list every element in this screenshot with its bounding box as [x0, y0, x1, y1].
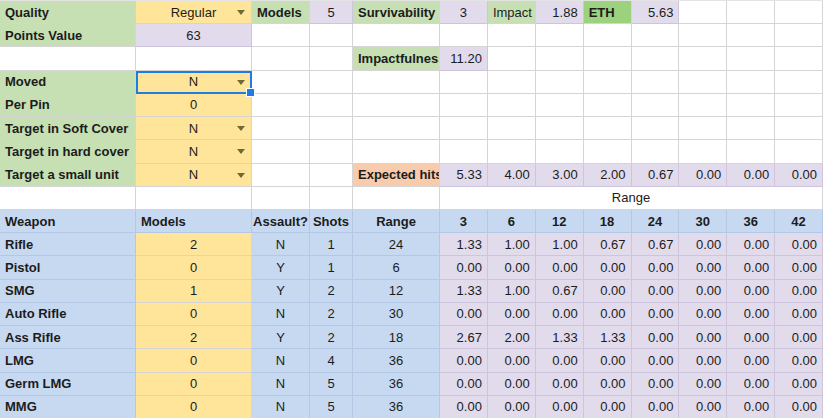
weapon-name: Pistol	[0, 256, 136, 279]
empty-cell	[679, 71, 727, 94]
empty-cell	[679, 24, 727, 47]
empty-cell	[252, 164, 310, 187]
hit-value: 2.67	[440, 326, 488, 349]
hit-value: 0.00	[536, 349, 584, 372]
empty-cell	[252, 187, 310, 210]
empty-cell	[727, 24, 775, 47]
hit-value: 0.00	[679, 256, 727, 279]
hit-value: 0.00	[775, 373, 823, 396]
header-range: Range	[353, 210, 440, 233]
empty-cell	[440, 24, 488, 47]
weapon-shots: 5	[310, 373, 353, 396]
weapon-models-input[interactable]: 2	[136, 326, 252, 349]
dropdown-arrow-icon[interactable]	[237, 173, 245, 178]
empty-cell	[488, 71, 536, 94]
hit-value: 1.00	[536, 233, 584, 256]
small-unit-select[interactable]: N	[136, 164, 252, 187]
empty-cell	[353, 71, 440, 94]
empty-cell	[679, 117, 727, 140]
hit-value: 0.67	[584, 233, 632, 256]
empty-cell	[536, 117, 584, 140]
empty-cell	[679, 1, 727, 24]
empty-cell	[440, 94, 488, 117]
small-unit-value: N	[189, 167, 198, 182]
weapon-name: MMG	[0, 396, 136, 418]
dropdown-arrow-icon[interactable]	[237, 126, 245, 131]
weapon-models-input[interactable]: 0	[136, 349, 252, 372]
weapon-assault: N	[252, 396, 310, 418]
hit-value: 0.00	[632, 326, 680, 349]
hit-value: 0.00	[488, 349, 536, 372]
hit-value: 0.00	[488, 396, 536, 418]
empty-cell	[536, 47, 584, 70]
empty-cell	[775, 117, 823, 140]
impact-value: 1.88	[536, 1, 584, 24]
weapon-assault: Y	[252, 280, 310, 303]
hit-value: 0.00	[536, 256, 584, 279]
weapon-models-input[interactable]: 0	[136, 256, 252, 279]
dropdown-arrow-icon[interactable]	[237, 149, 245, 154]
weapon-name: SMG	[0, 280, 136, 303]
hit-value: 0.00	[679, 326, 727, 349]
empty-cell	[353, 140, 440, 163]
hit-value: 1.33	[440, 233, 488, 256]
empty-cell	[775, 47, 823, 70]
hit-value: 0.00	[727, 233, 775, 256]
hard-cover-select[interactable]: N	[136, 140, 252, 163]
hit-value: 0.00	[679, 349, 727, 372]
empty-cell	[252, 140, 310, 163]
empty-cell	[584, 117, 632, 140]
eth-value: 5.63	[632, 1, 680, 24]
empty-cell	[632, 71, 680, 94]
empty-cell	[775, 140, 823, 163]
survivability-label: Survivability	[353, 1, 440, 24]
weapon-models-input[interactable]: 0	[136, 373, 252, 396]
header-range-3: 3	[440, 210, 488, 233]
models-label: Models	[252, 1, 310, 24]
hit-value: 0.00	[536, 303, 584, 326]
hit-value: 0.00	[679, 280, 727, 303]
weapon-range: 24	[353, 233, 440, 256]
weapon-models-input[interactable]: 0	[136, 396, 252, 418]
hit-value: 1.33	[584, 326, 632, 349]
empty-cell	[136, 187, 252, 210]
expected-hits-value: 0.00	[775, 164, 823, 187]
soft-cover-select[interactable]: N	[136, 117, 252, 140]
hard-cover-label: Target in hard cover	[0, 140, 136, 163]
hit-value: 0.00	[775, 280, 823, 303]
expected-hits-value: 4.00	[488, 164, 536, 187]
per-pin-input[interactable]: 0	[136, 94, 252, 117]
hit-value: 0.00	[584, 280, 632, 303]
weapon-shots: 1	[310, 233, 353, 256]
moved-select[interactable]: N	[136, 71, 252, 94]
weapon-assault: N	[252, 303, 310, 326]
empty-cell	[440, 117, 488, 140]
hit-value: 0.00	[488, 256, 536, 279]
empty-cell	[488, 24, 536, 47]
weapon-models-input[interactable]: 1	[136, 280, 252, 303]
empty-cell	[488, 140, 536, 163]
hit-value: 0.00	[679, 233, 727, 256]
per-pin-label: Per Pin	[0, 94, 136, 117]
soft-cover-label: Target in Soft Cover	[0, 117, 136, 140]
weapon-models-input[interactable]: 0	[136, 303, 252, 326]
hit-value: 0.00	[440, 373, 488, 396]
empty-cell	[727, 47, 775, 70]
weapon-assault: N	[252, 373, 310, 396]
hit-value: 0.00	[727, 326, 775, 349]
weapon-shots: 4	[310, 349, 353, 372]
weapon-models-input[interactable]: 2	[136, 233, 252, 256]
empty-cell	[584, 71, 632, 94]
fill-handle[interactable]	[246, 88, 255, 97]
weapon-shots: 1	[310, 256, 353, 279]
dropdown-arrow-icon[interactable]	[237, 80, 245, 85]
weapon-name: LMG	[0, 349, 136, 372]
expected-hits-value: 0.67	[632, 164, 680, 187]
empty-cell	[727, 1, 775, 24]
empty-cell	[310, 140, 353, 163]
dropdown-arrow-icon[interactable]	[237, 10, 245, 15]
quality-select[interactable]: Regular	[136, 1, 252, 24]
expected-hits-value: 3.00	[536, 164, 584, 187]
hit-value: 0.00	[440, 396, 488, 418]
hit-value: 0.00	[632, 280, 680, 303]
